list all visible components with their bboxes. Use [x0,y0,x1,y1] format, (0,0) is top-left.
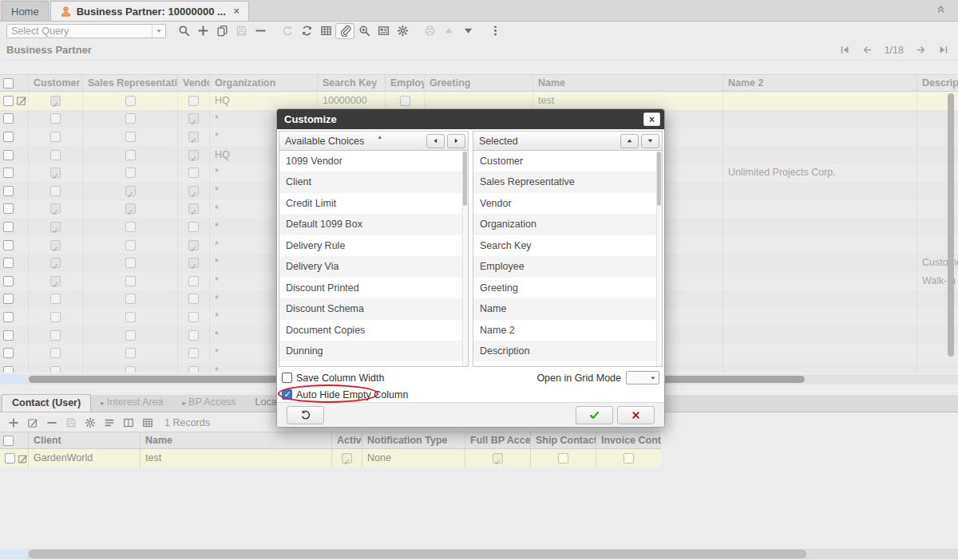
more-options-button[interactable] [485,23,505,39]
move-right-button[interactable] [447,134,465,148]
vendor-checkbox[interactable] [188,168,199,178]
list-view-button[interactable] [101,416,118,430]
selected-item[interactable]: Search Key [473,235,662,256]
auto-hide-empty-column-checkbox[interactable] [282,389,292,400]
dialog-close-button[interactable]: × [643,112,660,126]
available-item[interactable]: Delivery Via [279,256,468,277]
customer-checkbox[interactable] [50,240,61,250]
vendor-checkbox[interactable] [188,96,199,106]
sales_rep-checkbox[interactable] [125,240,136,250]
customer-checkbox[interactable] [50,348,61,358]
find-button[interactable] [174,23,193,39]
list-scrollbar[interactable] [462,151,468,366]
row-checkbox[interactable] [3,366,14,373]
select-all-checkbox[interactable] [3,436,14,446]
sales_rep-checkbox[interactable] [125,113,136,124]
employee-checkbox[interactable] [400,96,410,106]
customer-checkbox[interactable] [50,203,61,214]
row-checkbox[interactable] [3,330,14,341]
window-tab[interactable]: Home [2,1,49,21]
open-in-grid-mode-select[interactable] [626,371,659,385]
selected-item[interactable]: Description [473,341,662,361]
process-button[interactable] [81,416,99,430]
sales_rep-checkbox[interactable] [125,96,136,106]
save-column-width-checkbox[interactable] [282,373,292,383]
customer-checkbox[interactable] [50,150,61,160]
sales_rep-checkbox[interactable] [125,330,136,341]
column-header[interactable]: Search Key [317,75,385,91]
customer-checkbox[interactable] [50,168,61,178]
customer-checkbox[interactable] [50,312,61,322]
vendor-checkbox[interactable] [188,240,199,250]
row-checkbox[interactable] [3,312,14,322]
refresh-button[interactable] [297,23,316,39]
row-checkbox[interactable] [3,186,14,196]
delete-record-button[interactable] [251,23,270,39]
attachment-button[interactable] [335,23,354,39]
list-scroll-thumb[interactable] [463,152,467,206]
detail-tab[interactable]: ▸Interest Area [91,394,172,412]
list-scroll-thumb[interactable] [657,152,661,206]
process-button[interactable] [393,23,412,39]
column-header[interactable]: Notification Type [362,432,465,448]
column-header[interactable]: Full BP Access [465,432,530,448]
grid-view-button[interactable] [139,416,156,430]
split-view-button[interactable] [120,416,137,430]
move-down-button[interactable] [641,134,659,148]
grid-toggle-button[interactable] [316,23,335,39]
vendor-checkbox[interactable] [188,366,199,373]
customer-checkbox[interactable] [50,330,61,341]
customer-checkbox[interactable] [50,276,61,286]
column-header[interactable]: Name [140,432,331,448]
close-tab-icon[interactable]: × [234,6,240,17]
column-header[interactable]: Customer [28,75,82,91]
first-record-button[interactable] [840,45,850,55]
last-record-button[interactable] [938,45,948,55]
move-up-button[interactable] [620,134,639,148]
selected-item[interactable]: Greeting [473,278,662,298]
customer-checkbox[interactable] [50,113,61,124]
row-checkbox[interactable] [5,453,15,463]
row-checkbox[interactable] [3,203,14,214]
reset-button[interactable] [287,406,324,424]
row-checkbox[interactable] [3,240,14,250]
selected-item[interactable]: Name 2 [473,320,662,341]
column-header[interactable]: Active [331,432,362,448]
column-header[interactable]: Greeting [424,75,532,91]
sales_rep-checkbox[interactable] [125,203,136,214]
combo-dropdown-button[interactable] [152,25,165,37]
column-header[interactable]: Name 2 [722,75,916,91]
row-checkbox[interactable] [3,258,14,268]
sales_rep-checkbox[interactable] [125,312,136,322]
vendor-checkbox[interactable] [188,348,199,358]
active-checkbox[interactable] [342,453,352,463]
copy-record-button[interactable] [212,23,232,39]
customer-checkbox[interactable] [50,132,61,142]
edit-button[interactable] [24,416,42,430]
available-item[interactable]: Delivery Rule [279,235,468,256]
row-checkbox[interactable] [3,348,14,358]
grid-vscroll-thumb[interactable] [948,93,954,357]
vendor-checkbox[interactable] [188,150,199,160]
row-checkbox[interactable] [3,222,14,232]
customer-checkbox[interactable] [50,258,61,268]
detail-record-button[interactable] [458,23,477,39]
previous-record-button[interactable] [862,45,873,55]
sales_rep-checkbox[interactable] [125,222,136,232]
detail-tab[interactable]: ▸BP Access [173,394,246,412]
row-checkbox[interactable] [3,132,14,142]
available-item[interactable]: Discount Schema [279,298,468,319]
available-item[interactable]: Client [279,172,468,192]
sales_rep-checkbox[interactable] [125,276,136,286]
selected-item[interactable]: Vendor [473,193,662,214]
row-checkbox[interactable] [3,96,14,106]
selected-item[interactable]: Organization [473,214,662,235]
sales_rep-checkbox[interactable] [125,366,136,373]
table-row[interactable]: HQ10000000test [0,92,958,110]
available-item[interactable]: 1099 Vendor [279,151,468,172]
zoom-across-button[interactable] [354,23,374,39]
new-record-button[interactable] [193,23,212,39]
new-button[interactable] [5,416,22,430]
sales_rep-checkbox[interactable] [125,348,136,358]
customer-checkbox[interactable] [50,366,61,373]
